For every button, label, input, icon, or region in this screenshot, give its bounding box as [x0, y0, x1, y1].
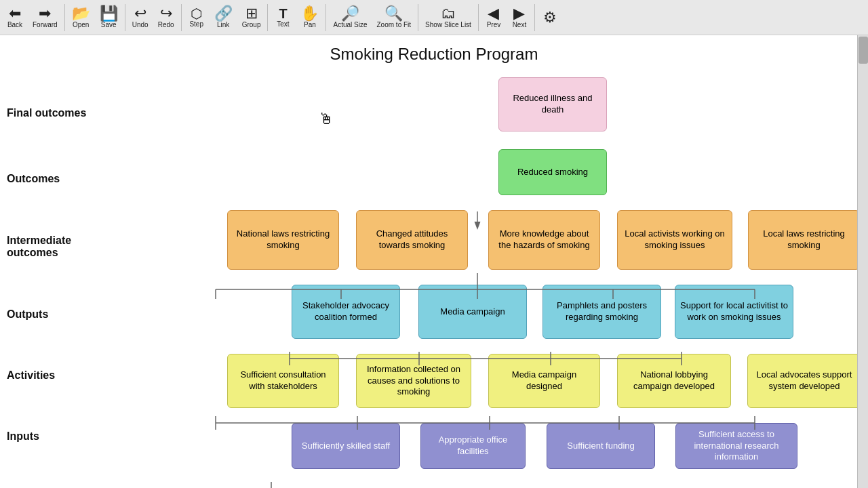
- diagram-title: Smoking Reduction Program: [0, 35, 868, 68]
- box-media-campaign[interactable]: Media campaign: [418, 285, 527, 339]
- label-outcomes: Outcomes: [7, 148, 122, 209]
- label-activities: Activities: [7, 345, 122, 406]
- box-information-collected[interactable]: Information collected on causes and solu…: [356, 354, 471, 408]
- box-national-laws[interactable]: National laws restricting smoking: [227, 210, 339, 270]
- label-intermediate: Intermediate outcomes: [7, 209, 122, 284]
- box-international-research[interactable]: Sufficient access to international resea…: [675, 423, 797, 469]
- box-changed-attitudes[interactable]: Changed attitudes towards smoking: [356, 210, 468, 270]
- extra-button[interactable]: ⚙: [538, 9, 562, 26]
- main-content: Smoking Reduction Program: [0, 35, 868, 488]
- box-national-lobbying[interactable]: National lobbying campaign developed: [617, 354, 731, 408]
- box-support-local[interactable]: Support for local activitist to work on …: [675, 285, 793, 339]
- forward-button[interactable]: ➡ Forward: [28, 5, 62, 30]
- box-reduced-smoking[interactable]: Reduced smoking: [498, 149, 607, 195]
- scrollbar-thumb[interactable]: [859, 37, 868, 64]
- redo-button[interactable]: ↪ Redo: [154, 5, 178, 30]
- sep5: [326, 4, 326, 31]
- label-inputs: Inputs: [7, 406, 122, 467]
- actual-size-button[interactable]: 🔎 Actual Size: [329, 5, 371, 30]
- cursor-arrow: 🖱: [319, 110, 334, 128]
- box-more-knowledge[interactable]: More knowledge about the hazards of smok…: [488, 210, 600, 270]
- label-final: Final outcomes: [7, 77, 122, 148]
- link-button[interactable]: 🔗 Link: [210, 5, 237, 30]
- sep2: [125, 4, 125, 31]
- text-button[interactable]: T Text: [271, 5, 295, 29]
- box-local-advocates[interactable]: Local advocates support system developed: [747, 354, 861, 408]
- sep1: [64, 4, 65, 31]
- next-button[interactable]: ▶ Next: [507, 5, 532, 30]
- save-button[interactable]: 💾 Save: [96, 5, 122, 30]
- zoom-fit-button[interactable]: 🔍 Zoom to Fit: [373, 5, 416, 30]
- sep7: [478, 4, 479, 31]
- box-reduced-illness[interactable]: Reduced illness and death: [498, 77, 607, 131]
- box-local-activists[interactable]: Local activists working on smoking issue…: [617, 210, 732, 270]
- toolbar: ⬅ Back ➡ Forward 📂 Open 💾 Save ↩ Undo ↪ …: [0, 0, 868, 35]
- pan-button[interactable]: ✋ Pan: [296, 5, 323, 30]
- diagram-canvas: Reduced illness and death Reduced smokin…: [122, 68, 868, 488]
- box-sufficient-consultation[interactable]: Sufficient consultation with stakeholder…: [227, 354, 339, 408]
- label-outputs: Outputs: [7, 284, 122, 345]
- sep4: [267, 4, 268, 31]
- diagram-area: Final outcomes Outcomes Intermediate out…: [0, 68, 868, 488]
- step-button[interactable]: ⬡ Step: [184, 5, 209, 29]
- prev-button[interactable]: ◀ Prev: [481, 5, 506, 30]
- sep3: [181, 4, 182, 31]
- box-media-campaign-designed[interactable]: Media campaign designed: [488, 354, 600, 408]
- box-sufficient-funding[interactable]: Sufficient funding: [547, 423, 655, 469]
- box-local-laws[interactable]: Local laws restricting smoking: [748, 210, 860, 270]
- back-button[interactable]: ⬅ Back: [3, 5, 27, 30]
- sep8: [534, 4, 535, 31]
- scrollbar[interactable]: [857, 35, 868, 488]
- sep6: [418, 4, 418, 31]
- box-skilled-staff[interactable]: Sufficiently skilled staff: [292, 423, 400, 469]
- show-slice-list-button[interactable]: 🗂 Show Slice List: [421, 5, 475, 30]
- box-pamphlets[interactable]: Pamphlets and posters regarding smoking: [542, 285, 661, 339]
- open-button[interactable]: 📂 Open: [68, 5, 94, 30]
- box-stakeholder[interactable]: Stakeholder advocacy coalition formed: [292, 285, 400, 339]
- labels-column: Final outcomes Outcomes Intermediate out…: [7, 68, 122, 488]
- box-office-facilities[interactable]: Appropriate office facilities: [420, 423, 526, 469]
- undo-button[interactable]: ↩ Undo: [128, 5, 153, 30]
- group-button[interactable]: ⊞ Group: [238, 5, 265, 30]
